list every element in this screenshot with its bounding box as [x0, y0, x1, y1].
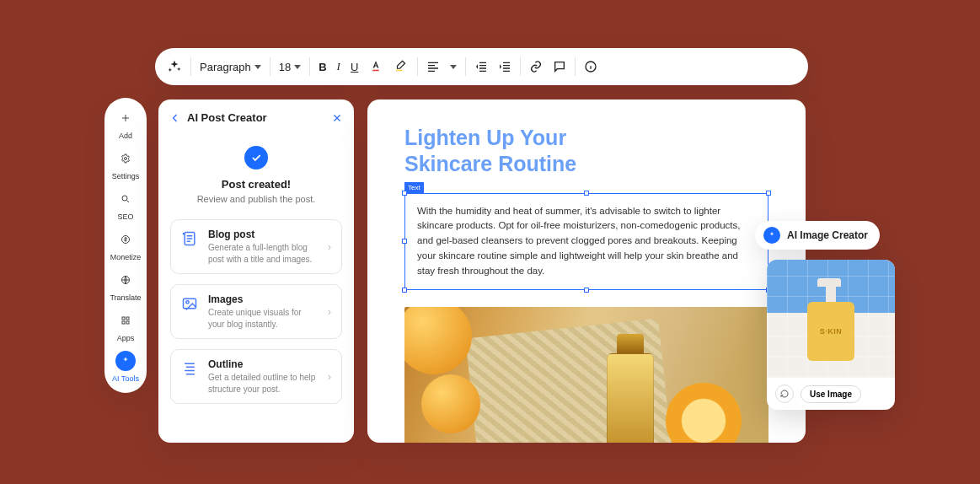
sparkle-icon	[115, 351, 136, 371]
generated-image-card: S·KIN Use Image	[767, 260, 895, 410]
blog-post-icon	[181, 229, 200, 250]
post-body-text: With the humidity and heat of summer, it…	[417, 206, 741, 276]
font-size-select[interactable]: 18	[279, 61, 301, 73]
sidebar-item-label: SEO	[117, 212, 133, 221]
dollar-icon	[115, 229, 136, 250]
sidebar-item-translate[interactable]: Translate	[110, 270, 141, 302]
panel-title: AI Post Creator	[187, 111, 325, 124]
selected-text-block[interactable]: Text With the humidity and heat of summe…	[404, 193, 768, 290]
resize-handle[interactable]	[402, 288, 407, 293]
text-color-button[interactable]	[368, 59, 383, 74]
images-icon	[181, 293, 200, 315]
card-outline[interactable]: Outline Get a detailed outline to help s…	[170, 349, 342, 404]
sidebar-item-seo[interactable]: SEO	[115, 189, 136, 221]
card-blog-post[interactable]: Blog post Generate a full-length blog po…	[170, 219, 342, 274]
regenerate-button[interactable]	[775, 385, 794, 403]
widget-label-text: AI Image Creator	[787, 229, 868, 241]
generated-image-preview[interactable]: S·KIN	[767, 260, 895, 378]
editor-toolbar: Paragraph 18 B I U	[155, 48, 808, 85]
success-check-icon	[244, 146, 268, 169]
search-icon	[115, 189, 136, 209]
bold-button[interactable]: B	[319, 61, 326, 73]
apps-icon	[115, 310, 136, 331]
chevron-right-icon: ›	[328, 241, 331, 253]
italic-button[interactable]: I	[337, 60, 340, 73]
title-line: Lighten Up Your	[404, 126, 566, 149]
font-size-label: 18	[279, 61, 291, 73]
comment-button[interactable]	[553, 60, 566, 73]
status-subtitle: Review and publish the post.	[170, 194, 342, 204]
card-title: Blog post	[208, 229, 319, 240]
sidebar-item-label: Apps	[117, 334, 135, 342]
use-image-button[interactable]: Use Image	[801, 385, 861, 403]
align-button[interactable]	[426, 60, 440, 73]
sidebar-item-label: Settings	[112, 172, 140, 180]
chevron-down-icon	[254, 65, 261, 69]
resize-handle[interactable]	[584, 288, 589, 293]
post-title[interactable]: Lighten Up Your Skincare Routine	[404, 125, 768, 178]
card-title: Outline	[208, 358, 319, 370]
plus-icon	[115, 108, 136, 128]
sidebar-item-add[interactable]: Add	[115, 108, 136, 140]
product-label-text: S·KIN	[807, 302, 854, 361]
resize-handle[interactable]	[402, 239, 407, 244]
sparkle-icon	[763, 227, 780, 244]
sidebar-item-label: Translate	[110, 293, 141, 302]
svg-rect-6	[126, 317, 129, 320]
card-title: Images	[208, 293, 319, 305]
card-desc: Generate a full-length blog post with a …	[208, 242, 319, 265]
close-button[interactable]	[332, 113, 342, 123]
blog-editor[interactable]: Lighten Up Your Skincare Routine Text Wi…	[367, 99, 806, 443]
indent-decrease-button[interactable]	[474, 60, 488, 73]
highlight-button[interactable]	[394, 59, 409, 74]
indent-increase-button[interactable]	[498, 60, 511, 73]
sidebar-item-label: Monetize	[110, 253, 142, 261]
chevron-down-icon	[294, 65, 301, 69]
sidebar-item-apps[interactable]: Apps	[115, 310, 136, 342]
underline-button[interactable]: U	[351, 61, 358, 73]
chevron-down-icon	[450, 65, 457, 69]
info-button[interactable]	[584, 60, 597, 73]
svg-rect-8	[126, 321, 129, 324]
gear-icon	[115, 148, 136, 169]
svg-point-11	[186, 301, 189, 304]
chevron-right-icon: ›	[328, 306, 331, 318]
outline-icon	[181, 358, 200, 380]
card-desc: Create unique visuals for your blog inst…	[208, 307, 319, 330]
globe-icon	[115, 270, 136, 290]
svg-point-1	[125, 158, 127, 160]
ai-sparkle-icon[interactable]	[167, 59, 182, 74]
resize-handle[interactable]	[584, 191, 589, 196]
post-hero-image[interactable]	[404, 307, 768, 443]
status-title: Post created!	[170, 178, 342, 191]
sidebar-item-settings[interactable]: Settings	[112, 148, 140, 180]
card-images[interactable]: Images Create unique visuals for your bl…	[170, 284, 342, 339]
card-desc: Get a detailed outline to help structure…	[208, 372, 319, 395]
back-button[interactable]	[170, 113, 180, 123]
ai-image-creator-label: AI Image Creator	[755, 221, 880, 250]
paragraph-style-select[interactable]: Paragraph	[200, 61, 261, 73]
title-line: Skincare Routine	[404, 152, 576, 175]
left-sidebar: Add Settings SEO Monetize Translate Apps…	[104, 98, 147, 393]
sidebar-item-monetize[interactable]: Monetize	[110, 229, 142, 261]
paragraph-style-label: Paragraph	[200, 61, 251, 73]
resize-handle[interactable]	[766, 191, 771, 196]
svg-rect-5	[122, 317, 125, 320]
sidebar-item-ai-tools[interactable]: AI Tools	[112, 351, 139, 383]
selection-type-tag: Text	[404, 182, 424, 194]
ai-image-creator-widget: AI Image Creator S·KIN Use Image	[767, 221, 895, 410]
resize-handle[interactable]	[402, 191, 407, 196]
sidebar-item-label: Add	[119, 132, 132, 140]
svg-point-2	[122, 196, 127, 201]
sidebar-item-label: AI Tools	[112, 374, 139, 383]
chevron-right-icon: ›	[328, 371, 331, 383]
svg-rect-7	[122, 321, 125, 324]
link-button[interactable]	[529, 60, 543, 73]
ai-post-creator-panel: AI Post Creator Post created! Review and…	[158, 99, 354, 443]
